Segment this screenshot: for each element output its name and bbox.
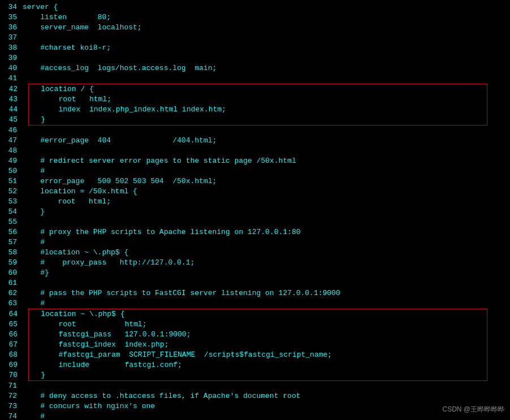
line-content: #} — [23, 268, 510, 278]
line-content: error_page 500 502 503 504 /50x.html; — [23, 176, 510, 187]
code-line: 66 fastcgi_pass 127.0.0.1:9000; — [29, 330, 487, 340]
line-content: location = /50x.html { — [23, 187, 510, 197]
code-line: 65 root html; — [29, 319, 487, 330]
line-number: 65 — [1, 319, 23, 330]
code-line: 64 location ~ \.php$ { — [29, 309, 487, 319]
line-number: 61 — [0, 278, 23, 288]
code-line: 68 #fastcgi_param SCRIPT_FILENAME /scrip… — [29, 350, 487, 360]
location-block-2: 64 location ~ \.php$ {65 root html;66 fa… — [28, 309, 487, 381]
line-number: 60 — [0, 268, 23, 278]
line-number: 42 — [1, 84, 23, 94]
line-content: fastcgi_index index.php; — [23, 340, 168, 350]
line-number: 58 — [0, 248, 23, 258]
line-number: 73 — [0, 401, 23, 412]
code-line: 53 root html; — [0, 197, 510, 207]
line-number: 46 — [0, 125, 23, 136]
line-content: # — [23, 166, 510, 176]
line-content: # proxy_pass http://127.0.0.1; — [23, 258, 510, 268]
line-number: 36 — [0, 23, 23, 33]
line-number: 52 — [0, 187, 23, 197]
code-line: 55 — [0, 217, 510, 227]
code-line: 70 } — [29, 370, 487, 380]
line-number: 55 — [0, 217, 23, 227]
code-line: 59 # proxy_pass http://127.0.0.1; — [0, 258, 510, 268]
line-content: server { — [23, 2, 510, 12]
line-content: location / { — [23, 84, 94, 94]
line-number: 62 — [0, 288, 23, 298]
line-content: # — [23, 298, 510, 309]
line-number: 71 — [0, 381, 23, 391]
line-content: #access_log logs/host.access.log main; — [23, 63, 510, 73]
line-number: 35 — [0, 12, 23, 23]
line-content: } — [23, 207, 510, 217]
line-content: server_name localhost; — [23, 23, 510, 33]
code-line: 41 — [0, 73, 510, 84]
code-line: 54 } — [0, 207, 510, 217]
code-line: 58 #location ~ \.php$ { — [0, 248, 510, 258]
line-number: 54 — [0, 207, 23, 217]
code-line: 43 root html; — [29, 94, 487, 105]
line-content: root html; — [23, 319, 146, 330]
code-line: 36 server_name localhost; — [0, 23, 510, 33]
line-content: # pass the PHP scripts to FastCGI server… — [23, 288, 510, 298]
line-content: fastcgi_pass 127.0.0.1:9000; — [23, 330, 191, 340]
code-line: 42 location / { — [29, 84, 487, 94]
code-line: 46 — [0, 125, 510, 136]
code-container: 34server {35 listen 80;36 server_name lo… — [0, 0, 510, 420]
line-content: # proxy the PHP scripts to Apache listen… — [23, 227, 510, 237]
line-content: location ~ \.php$ { — [23, 309, 124, 319]
code-line: 69 include fastcgi.conf; — [29, 360, 487, 370]
code-line: 49 # redirect server error pages to the … — [0, 156, 510, 166]
line-content: # concurs with nginx's one — [23, 401, 510, 412]
code-line: 45 } — [29, 115, 487, 125]
line-number: 53 — [0, 197, 23, 207]
line-number: 47 — [0, 136, 23, 146]
code-line: 44 index index.php_index.html index.htm; — [29, 105, 487, 115]
code-line: 34server { — [0, 2, 510, 12]
line-content: # redirect server error pages to the sta… — [23, 156, 510, 166]
line-content: #error_page 404 /404.html; — [23, 136, 510, 146]
line-number: 57 — [0, 237, 23, 248]
line-number: 39 — [0, 53, 23, 63]
line-number: 40 — [0, 63, 23, 73]
line-content: index index.php_index.html index.htm; — [23, 105, 226, 115]
line-content: # — [23, 237, 510, 248]
line-number: 74 — [0, 412, 23, 420]
line-number: 64 — [1, 309, 23, 319]
lines-wrapper: 34server {35 listen 80;36 server_name lo… — [0, 2, 510, 420]
line-number: 43 — [1, 94, 23, 105]
line-number: 69 — [1, 360, 23, 370]
code-line: 39 — [0, 53, 510, 63]
code-line: 62 # pass the PHP scripts to FastCGI ser… — [0, 288, 510, 298]
code-line: 47 #error_page 404 /404.html; — [0, 136, 510, 146]
watermark: CSDN @王晔晔晔晔 — [442, 405, 504, 414]
line-number: 59 — [0, 258, 23, 268]
line-content: # — [23, 412, 510, 420]
line-number: 41 — [0, 73, 23, 84]
line-number: 66 — [1, 330, 23, 340]
location-block-1: 42 location / {43 root html;44 index ind… — [28, 84, 487, 125]
line-content: root html; — [23, 94, 111, 105]
line-number: 50 — [0, 166, 23, 176]
line-content: } — [23, 115, 45, 125]
code-line: 57 # — [0, 237, 510, 248]
line-content: } — [23, 370, 45, 380]
line-content: # deny access to .htaccess files, if Apa… — [23, 391, 510, 401]
code-line: 67 fastcgi_index index.php; — [29, 340, 487, 350]
line-number: 38 — [0, 43, 23, 53]
code-line: 35 listen 80; — [0, 12, 510, 23]
code-line: 51 error_page 500 502 503 504 /50x.html; — [0, 176, 510, 187]
code-line: 71 — [0, 381, 510, 391]
code-line: 72 # deny access to .htaccess files, if … — [0, 391, 510, 401]
line-content: include fastcgi.conf; — [23, 360, 182, 370]
code-line: 37 — [0, 33, 510, 43]
code-line: 38 #charset koi8-r; — [0, 43, 510, 53]
line-content: #charset koi8-r; — [23, 43, 510, 53]
code-line: 40 #access_log logs/host.access.log main… — [0, 63, 510, 73]
line-number: 63 — [0, 298, 23, 309]
line-content: listen 80; — [23, 12, 510, 23]
code-line: 50 # — [0, 166, 510, 176]
code-line: 56 # proxy the PHP scripts to Apache lis… — [0, 227, 510, 237]
line-number: 72 — [0, 391, 23, 401]
code-line: 48 — [0, 146, 510, 156]
